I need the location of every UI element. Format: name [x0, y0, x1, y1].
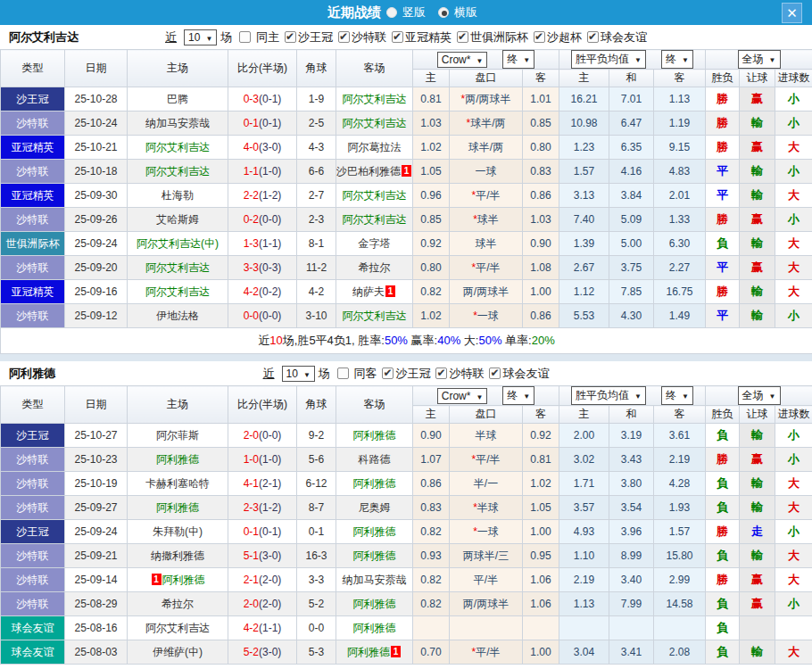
crow-handicap: *球半/两: [450, 112, 523, 136]
avg-draw-odds: 4.16: [609, 160, 654, 184]
result-text: 輸: [751, 164, 763, 178]
result-text: 赢: [751, 92, 763, 105]
radio-vertical-label[interactable]: 竖版: [402, 4, 426, 21]
final-select-b[interactable]: 终: [661, 386, 693, 405]
match-date: 25-09-16: [65, 280, 128, 304]
match-type-cell: 沙特联: [1, 208, 65, 232]
match-type-cell: 亚冠精英: [1, 136, 65, 160]
table-row: 沙特联25-09-26艾哈斯姆0-2(0-0)2-3阿尔艾利吉达0.85*球半1…: [1, 208, 812, 232]
avg-lose-odds: 4.83: [654, 160, 706, 184]
crow-handicap: *平/半: [450, 448, 523, 472]
home-team-cell: 卡赫利塞哈特: [128, 472, 228, 496]
league-checkbox-4[interactable]: [534, 31, 545, 43]
crow-handicap: *半球: [450, 496, 523, 520]
full-match-select[interactable]: 全场: [738, 50, 781, 69]
handicap-text: 一球: [477, 525, 499, 538]
league-checkbox-2[interactable]: [489, 368, 501, 379]
corner-cell: 0-0: [297, 616, 336, 640]
result-cell: 勝: [706, 568, 740, 592]
league-checkbox-0[interactable]: [382, 368, 394, 379]
result-text: 赢: [751, 140, 763, 153]
fulltime-score: 2-0: [244, 598, 259, 610]
league-checkbox-1[interactable]: [338, 31, 350, 43]
fulltime-score: 1-0: [244, 453, 259, 466]
avg-lose-odds: 4.28: [654, 472, 706, 496]
fulltime-score: 0-0: [244, 310, 259, 322]
table-row: 沙王冠25-10-27阿尔菲斯2-0(0-0)9-2阿利雅德0.90半球0.92…: [1, 424, 812, 448]
header-group: Crow*终: [413, 386, 559, 406]
same-venue-checkbox[interactable]: [337, 368, 349, 379]
radio-horizontal-label[interactable]: 横版: [454, 4, 477, 21]
team-name-text: 阿利雅德: [353, 477, 396, 490]
crow-away-odds: 0.81: [523, 448, 559, 472]
result-text: 平: [717, 309, 728, 322]
dropdown-group: 胜平负均值终: [559, 50, 705, 69]
sub-header-avg-lose: 客: [654, 406, 706, 424]
final-select-b[interactable]: 终: [661, 50, 693, 69]
radio-vertical[interactable]: [386, 7, 397, 18]
avg-win-odds: 3.13: [559, 184, 609, 208]
match-date: 25-09-21: [65, 544, 128, 568]
team-name-text: 纳加马安萘哉: [145, 117, 210, 129]
away-team-cell: 科路德: [336, 448, 413, 472]
fulltime-score: 0-1: [244, 525, 259, 538]
crow-select[interactable]: Crow*: [437, 52, 488, 68]
team-name-text: 阿利雅德: [353, 429, 396, 442]
table-row: 亚冠精英25-09-30杜海勒2-2(1-2)2-7阿尔艾利吉达0.96*平/半…: [1, 184, 812, 208]
team-name-text: 纳撒利雅德: [151, 549, 204, 562]
full-match-select[interactable]: 全场: [738, 386, 781, 405]
handicap-text: 一球: [477, 310, 499, 322]
close-icon[interactable]: ✕: [782, 3, 802, 23]
wdl-avg-select[interactable]: 胜平负均值: [571, 386, 646, 405]
avg-draw-odds: 3.96: [609, 520, 654, 544]
radio-horizontal[interactable]: [438, 7, 449, 18]
final-select-a[interactable]: 终: [502, 50, 534, 69]
match-count-select[interactable]: 10: [184, 29, 217, 45]
fulltime-score: 2-0: [244, 429, 259, 442]
near-link[interactable]: 近: [263, 366, 275, 382]
col-header-type: 类型: [1, 50, 65, 87]
final-select-a[interactable]: 终: [502, 386, 534, 405]
near-link[interactable]: 近: [165, 29, 177, 45]
summary-row: 近10场,胜5平4负1, 胜率:50% 赢率:40% 大:50% 单率:20%: [1, 328, 812, 354]
match-count-select[interactable]: 10: [282, 366, 315, 382]
home-team-cell: 杜海勒: [128, 184, 228, 208]
score-cell: 0-2(0-0): [228, 208, 297, 232]
match-count-unit: 场: [220, 29, 232, 45]
handicap-result-cell: 赢: [740, 136, 775, 160]
result-cell: 負: [706, 496, 740, 520]
match-type-cell: 沙特联: [1, 112, 65, 136]
same-venue-checkbox[interactable]: [239, 31, 251, 43]
league-checkbox-1[interactable]: [435, 368, 447, 379]
match-type-cell: 沙王冠: [1, 424, 65, 448]
crow-home-odds: 0.82: [413, 568, 450, 592]
goals-result-cell: 小: [775, 160, 812, 184]
team-name-text: 阿尔艾利吉达(中): [137, 237, 219, 250]
col-header-score: 比分(半场): [228, 50, 297, 87]
same-venue-label: 同客: [351, 366, 377, 382]
league-checkbox-0[interactable]: [285, 31, 296, 43]
matches-table: 类型日期主场比分(半场)角球客场Crow*终胜平负均值终全场主盘口客主和客胜负让…: [0, 385, 812, 665]
result-cell: 平: [706, 184, 740, 208]
crow-select[interactable]: Crow*: [437, 388, 488, 404]
wdl-avg-select[interactable]: 胜平负均值: [571, 50, 646, 69]
result-cell: 勝: [706, 448, 740, 472]
dropdown-group: Crow*终: [413, 386, 559, 405]
home-team-cell: 阿利雅德: [128, 448, 228, 472]
away-team-cell: 阿尔艾利吉达: [336, 87, 413, 112]
away-team-cell: 阿尔艾利吉达: [336, 184, 413, 208]
away-team-cell: 阿利雅德: [336, 592, 413, 616]
league-checkbox-5[interactable]: [587, 31, 599, 43]
result-cell: 平: [706, 304, 740, 328]
home-team-cell: 阿尔艾利吉达: [128, 256, 228, 280]
halftime-score: (3-0): [259, 549, 281, 562]
goals-result-cell: 大: [775, 640, 812, 665]
league-checkbox-2[interactable]: [392, 31, 403, 43]
result-text: 赢: [751, 597, 763, 610]
league-checkbox-3[interactable]: [457, 31, 468, 43]
sub-header-avg-win: 主: [559, 406, 609, 424]
league-label-1: 沙特联: [449, 366, 484, 382]
score-cell: 0-1(0-1): [228, 112, 297, 136]
crow-handicap: 半/一: [450, 472, 523, 496]
result-cell: 負: [706, 544, 740, 568]
